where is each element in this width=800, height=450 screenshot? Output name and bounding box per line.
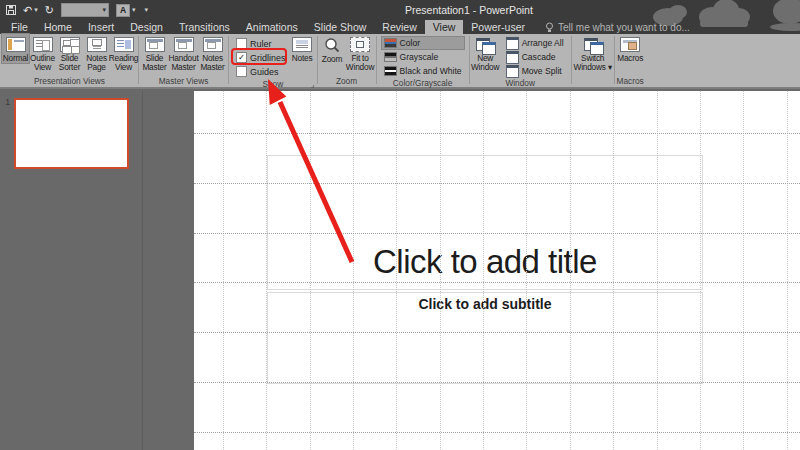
notes-master-button[interactable]: Notes Master: [198, 34, 227, 72]
slide-sorter-icon: [60, 37, 80, 52]
handout-master-icon: [174, 37, 194, 52]
subtitle-placeholder[interactable]: Click to add subtitle: [267, 292, 703, 384]
tell-me-box[interactable]: Tell me what you want to do...: [545, 20, 690, 34]
panel-splitter[interactable]: [142, 91, 143, 450]
tab-home[interactable]: Home: [36, 20, 80, 34]
reading-view-button[interactable]: Reading View: [110, 34, 137, 72]
ribbon: Normal Outline View Slide Sorter Notes P…: [0, 34, 800, 89]
slide-thumbnail[interactable]: [14, 98, 129, 169]
group-color-grayscale: Color Grayscale Black and White Color/Gr…: [378, 34, 468, 87]
tab-design[interactable]: Design: [122, 20, 171, 34]
handout-master-button[interactable]: Handout Master: [169, 34, 198, 72]
group-label: Window: [471, 79, 570, 88]
notes-button[interactable]: Notes: [289, 34, 316, 63]
macros-icon: [620, 37, 640, 52]
slide-number: 1: [5, 96, 10, 107]
tab-animations[interactable]: Animations: [238, 20, 306, 34]
outline-view-button[interactable]: Outline View: [29, 34, 56, 72]
gridline: [353, 91, 354, 450]
slide-master-button[interactable]: Slide Master: [140, 34, 169, 72]
switch-windows-icon: [583, 37, 603, 52]
ruler-checkbox[interactable]: Ruler: [236, 38, 286, 49]
save-button[interactable]: [6, 5, 16, 15]
grayscale-button[interactable]: Grayscale: [382, 51, 464, 63]
group-presentation-views: Normal Outline View Slide Sorter Notes P…: [2, 34, 137, 87]
fit-to-window-button[interactable]: Fit to Window: [346, 34, 375, 72]
group-label: [573, 77, 613, 87]
slide-sorter-button[interactable]: Slide Sorter: [56, 34, 83, 72]
gridline: [310, 91, 311, 450]
gridline: [194, 432, 800, 433]
zoom-button[interactable]: Zoom: [319, 34, 346, 64]
font-styles-button[interactable]: A ▾: [116, 4, 136, 17]
gridline: [787, 91, 788, 450]
title-placeholder[interactable]: Click to add title: [267, 155, 703, 290]
normal-view-icon: [6, 37, 26, 52]
redo-icon: ↻: [45, 4, 54, 16]
black-and-white-button[interactable]: Black and White: [382, 65, 464, 77]
cascade-button[interactable]: Cascade: [504, 51, 566, 63]
cascade-icon: [506, 51, 519, 64]
notes-page-button[interactable]: Notes Page: [83, 34, 110, 72]
gridline: [194, 233, 800, 234]
gridline: [266, 91, 267, 450]
gridline: [194, 133, 800, 134]
gridline: [657, 91, 658, 450]
tab-slide-show[interactable]: Slide Show: [306, 20, 375, 34]
slide-canvas[interactable]: Click to add title Click to add subtitle: [194, 91, 800, 450]
tab-power-user[interactable]: Power-user: [463, 20, 533, 34]
group-separator: [228, 36, 229, 84]
chevron-down-icon: ▾: [132, 4, 136, 16]
move-split-button[interactable]: Move Split: [504, 65, 566, 77]
gridline: [613, 91, 614, 450]
notes-master-icon: [203, 37, 223, 52]
gridline: [526, 91, 527, 450]
group-separator: [376, 36, 377, 84]
chevron-down-icon: ▾: [144, 4, 148, 16]
guides-checkbox[interactable]: Guides: [236, 66, 286, 77]
normal-view-button[interactable]: Normal: [2, 34, 29, 63]
customize-qat-button[interactable]: ▾: [142, 4, 148, 16]
qat-dropdown-box[interactable]: ▾: [61, 3, 109, 17]
gridlines-checkbox[interactable]: ✓ Gridlines: [236, 52, 286, 63]
tab-file[interactable]: File: [3, 20, 36, 34]
notes-icon: [292, 37, 312, 52]
tab-view[interactable]: View: [425, 20, 464, 34]
group-label: Show ⌟: [230, 80, 316, 89]
gridline: [223, 91, 224, 450]
lightbulb-icon: [545, 22, 554, 33]
color-button[interactable]: Color: [382, 37, 464, 49]
macros-button[interactable]: Macros: [616, 34, 645, 63]
group-show: Ruler ✓ Gridlines Guides Notes Show ⌟: [230, 34, 316, 87]
tab-review[interactable]: Review: [374, 20, 424, 34]
group-separator: [571, 36, 572, 84]
arrange-all-button[interactable]: Arrange All: [504, 37, 566, 49]
grayscale-icon: [384, 52, 397, 62]
undo-button[interactable]: ↶ ▾: [23, 4, 38, 16]
letter-a-icon: A: [116, 4, 130, 17]
magnifier-icon: [323, 37, 341, 53]
quick-access-toolbar: ↶ ▾ ↻ ▾ A ▾ ▾: [6, 2, 148, 18]
chevron-down-icon: ▾: [102, 6, 106, 14]
save-icon: [6, 5, 16, 15]
group-switch-windows: Switch Windows ▾: [573, 34, 613, 87]
title-bar: ↶ ▾ ↻ ▾ A ▾ ▾ Presentation1 - PowerPoint: [0, 0, 800, 34]
show-dialog-launcher-icon[interactable]: ⌟: [311, 80, 315, 89]
switch-windows-button[interactable]: Switch Windows ▾: [573, 34, 613, 72]
new-window-button[interactable]: New Window: [471, 34, 500, 72]
redo-button[interactable]: ↻: [45, 4, 54, 16]
group-master-views: Slide Master Handout Master Notes Master…: [140, 34, 227, 87]
arrange-all-icon: [506, 37, 519, 50]
gridline: [743, 91, 744, 450]
gridline: [700, 91, 701, 450]
tab-insert[interactable]: Insert: [80, 20, 122, 34]
move-split-icon: [506, 65, 519, 78]
group-separator: [469, 36, 470, 84]
outline-view-icon: [33, 37, 53, 52]
tab-transitions[interactable]: Transitions: [171, 20, 238, 34]
slide-thumbnails-panel: 1: [0, 91, 194, 450]
gridline: [570, 91, 571, 450]
ribbon-tabs: File Home Insert Design Transitions Anim…: [0, 20, 690, 34]
undo-dropdown-icon[interactable]: ▾: [34, 4, 38, 16]
group-label: Master Views: [140, 77, 227, 87]
